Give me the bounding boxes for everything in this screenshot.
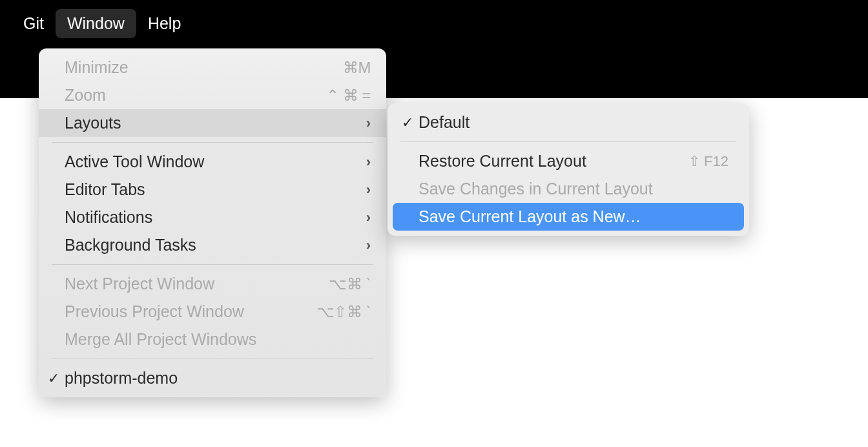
menu-help[interactable]: Help [136,9,192,38]
menu-layouts[interactable]: Layouts › [39,109,386,137]
menu-window[interactable]: Window [56,9,136,38]
menu-active-tool-window-label: Active Tool Window [65,152,204,171]
menu-merge-all-windows-label: Merge All Project Windows [65,330,256,349]
menu-background-tasks-label: Background Tasks [65,236,196,255]
menu-merge-all-windows[interactable]: Merge All Project Windows [39,326,386,353]
menu-next-project-window-label: Next Project Window [65,275,214,293]
menu-phpstorm-demo-label: phpstorm-demo [65,369,178,388]
menu-next-project-window-shortcut: ⌥⌘ ` [329,275,371,293]
chevron-right-icon: › [366,115,371,132]
submenu-restore-label: Restore Current Layout [418,152,586,171]
menu-next-project-window[interactable]: Next Project Window ⌥⌘ ` [39,270,386,298]
menu-minimize-shortcut: ⌘M [343,59,371,77]
menu-notifications-label: Notifications [65,208,152,227]
submenu-save-changes-label: Save Changes in Current Layout [418,180,653,198]
menu-minimize-label: Minimize [65,58,129,77]
menu-editor-tabs[interactable]: Editor Tabs › [39,176,386,203]
menu-editor-tabs-label: Editor Tabs [65,180,145,199]
menu-zoom[interactable]: Zoom ⌃ ⌘ = [39,81,386,109]
submenu-save-changes[interactable]: Save Changes in Current Layout [393,175,744,203]
menu-layouts-label: Layouts [65,114,121,132]
menu-previous-project-window[interactable]: Previous Project Window ⌥⇧⌘ ` [39,298,386,326]
menu-git[interactable]: Git [12,9,56,38]
check-icon: ✓ [48,370,59,387]
menu-minimize[interactable]: Minimize ⌘M [39,54,386,81]
menubar: Git Window Help [0,0,868,47]
separator [52,359,373,359]
separator [400,141,736,142]
menu-background-tasks[interactable]: Background Tasks › [39,231,386,259]
separator [52,142,373,143]
menu-previous-project-window-shortcut: ⌥⇧⌘ ` [316,303,371,321]
menu-previous-project-window-label: Previous Project Window [65,302,244,321]
layouts-submenu: ✓ Default Restore Current Layout ⇧ F12 S… [388,103,749,236]
submenu-save-new-label: Save Current Layout as New… [418,207,641,226]
chevron-right-icon: › [366,182,371,198]
menu-phpstorm-demo[interactable]: ✓ phpstorm-demo [39,364,386,392]
menu-active-tool-window[interactable]: Active Tool Window › [39,148,386,176]
submenu-restore[interactable]: Restore Current Layout ⇧ F12 [393,147,744,175]
chevron-right-icon: › [366,154,371,171]
menu-notifications[interactable]: Notifications › [39,203,386,231]
check-icon: ✓ [402,114,413,131]
chevron-right-icon: › [366,237,371,254]
submenu-restore-shortcut: ⇧ F12 [688,153,728,170]
separator [52,264,373,265]
menu-zoom-shortcut: ⌃ ⌘ = [326,87,371,105]
submenu-default-label: Default [418,113,470,132]
submenu-default[interactable]: ✓ Default [393,109,744,136]
submenu-save-new[interactable]: Save Current Layout as New… [393,203,744,231]
menu-zoom-label: Zoom [65,86,106,105]
chevron-right-icon: › [366,209,371,226]
window-dropdown: Minimize ⌘M Zoom ⌃ ⌘ = Layouts › Active … [39,48,386,397]
